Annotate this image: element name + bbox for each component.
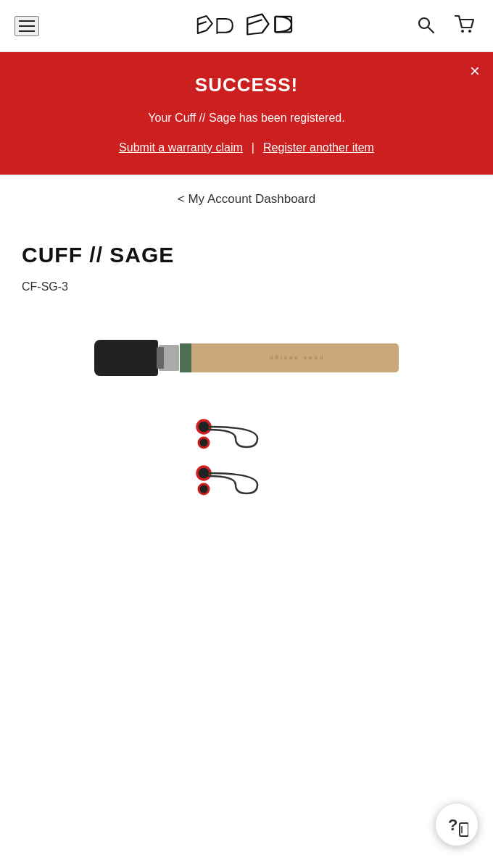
success-title: SUCCESS! bbox=[29, 74, 464, 96]
product-section: CUFF // SAGE CF-SG-3 bbox=[22, 243, 471, 293]
brand-logo-mark bbox=[244, 7, 310, 43]
clip-buckle bbox=[94, 340, 158, 376]
loop-accessory-2 bbox=[192, 462, 301, 501]
brand-tab bbox=[180, 343, 191, 372]
links-divider: | bbox=[252, 141, 254, 154]
product-image-area: peak design bbox=[22, 337, 471, 501]
leather-strap: peak design bbox=[191, 343, 399, 372]
site-header bbox=[0, 0, 493, 52]
cart-icon bbox=[454, 14, 476, 35]
success-message: Your Cuff // Sage has been registered. bbox=[29, 109, 464, 127]
success-banner: × SUCCESS! Your Cuff // Sage has been re… bbox=[0, 52, 493, 175]
success-links: Submit a warranty claim | Register anoth… bbox=[29, 141, 464, 154]
svg-rect-13 bbox=[460, 823, 468, 836]
logo-svg bbox=[183, 7, 241, 43]
product-sku: CF-SG-3 bbox=[22, 280, 471, 293]
strap-branding-text: peak design bbox=[268, 355, 323, 362]
cart-button[interactable] bbox=[451, 12, 478, 40]
product-title: CUFF // SAGE bbox=[22, 243, 471, 267]
menu-button[interactable] bbox=[14, 16, 39, 36]
svg-point-6 bbox=[461, 30, 464, 33]
close-banner-button[interactable]: × bbox=[470, 62, 480, 80]
svg-point-9 bbox=[199, 438, 209, 448]
loop-svg-2 bbox=[192, 462, 301, 498]
svg-text:?: ? bbox=[448, 816, 457, 834]
header-left bbox=[14, 16, 39, 36]
search-icon bbox=[416, 15, 435, 34]
help-icon-wrap: ? bbox=[445, 811, 468, 838]
account-dashboard-link[interactable]: < My Account Dashboard bbox=[22, 175, 471, 221]
main-content: < My Account Dashboard CUFF // SAGE CF-S… bbox=[0, 175, 493, 501]
loop-accessory-1 bbox=[192, 415, 301, 454]
svg-line-5 bbox=[428, 28, 434, 33]
register-another-link[interactable]: Register another item bbox=[263, 141, 374, 154]
svg-line-1 bbox=[248, 20, 262, 25]
svg-point-11 bbox=[199, 484, 209, 494]
header-right bbox=[413, 12, 478, 40]
warranty-link[interactable]: Submit a warranty claim bbox=[119, 141, 243, 154]
help-button[interactable]: ? bbox=[435, 803, 478, 846]
loop-svg-1 bbox=[192, 415, 301, 451]
svg-point-4 bbox=[419, 18, 429, 28]
help-icon: ? bbox=[445, 811, 468, 838]
search-button[interactable] bbox=[413, 12, 438, 39]
svg-point-7 bbox=[468, 30, 471, 33]
product-main-image: peak design bbox=[94, 337, 399, 379]
logo[interactable] bbox=[183, 7, 310, 46]
